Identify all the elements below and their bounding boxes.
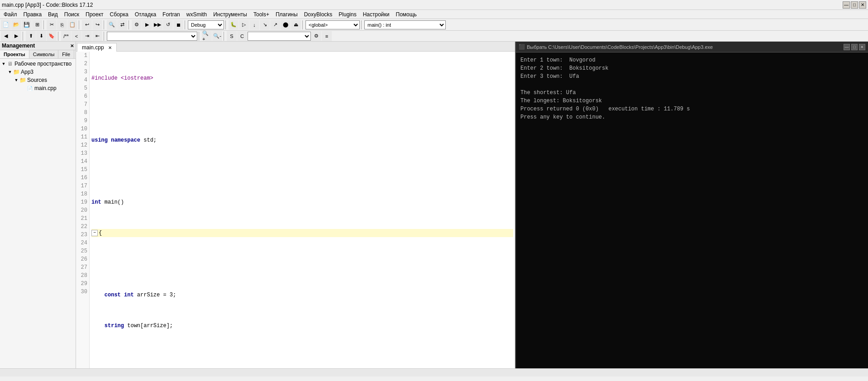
minimize-button[interactable]: —: [843, 1, 850, 9]
rebuild-btn[interactable]: ↺: [163, 20, 173, 30]
code-line-9: string town[arrSize];: [91, 322, 513, 330]
copy-btn[interactable]: ⎘: [57, 20, 67, 30]
zoom-out-btn[interactable]: 🔍-: [212, 31, 222, 41]
more-btn[interactable]: ≡: [322, 31, 332, 41]
breakpoint-btn[interactable]: ⬤: [281, 20, 291, 30]
step-out-btn[interactable]: ↗: [270, 20, 280, 30]
search-combo[interactable]: [107, 32, 197, 41]
misc-btn1[interactable]: S: [227, 31, 237, 41]
comment-btn[interactable]: /**: [61, 31, 71, 41]
management-close-btn[interactable]: ✕: [70, 43, 74, 48]
term-line-8: Press any key to continue.: [520, 113, 863, 121]
menu-debug[interactable]: Отладка: [132, 10, 159, 19]
bookmark-prev-btn[interactable]: ⬆: [26, 31, 36, 41]
menu-project[interactable]: Проект: [83, 10, 106, 19]
line-num-16: 16: [78, 174, 87, 182]
line-num-20: 20: [78, 206, 87, 214]
step-btn[interactable]: ↘: [260, 20, 270, 30]
line-num-22: 22: [78, 223, 87, 231]
menu-file[interactable]: Файл: [1, 10, 20, 19]
bookmark-next-btn[interactable]: ⬇: [36, 31, 46, 41]
menu-wxsmith[interactable]: wxSmith: [184, 10, 210, 19]
editor-tab-main-cpp[interactable]: main.cpp ✕: [77, 43, 117, 52]
undo-btn[interactable]: ↩: [82, 20, 92, 30]
tab-symbols[interactable]: Символы: [29, 50, 59, 58]
build-btn[interactable]: ⚙: [132, 20, 142, 30]
menu-fortran[interactable]: Fortran: [160, 10, 183, 19]
code-content[interactable]: #include <iostream> using namespace std;…: [90, 52, 515, 368]
menu-tools[interactable]: Инструменты: [210, 10, 250, 19]
replace-btn[interactable]: ⇄: [117, 20, 127, 30]
line-num-17: 17: [78, 182, 87, 190]
next-jump-btn[interactable]: ▶: [11, 31, 21, 41]
cut-btn[interactable]: ✂: [47, 20, 57, 30]
code-line-10: [91, 353, 513, 361]
function-combo[interactable]: main() : int: [364, 20, 446, 29]
code-editor-area: 1 2 3 4 5 6 7 8 9 10 11 12 13 14 15 16 1…: [76, 52, 515, 368]
menu-view[interactable]: Вид: [45, 10, 61, 19]
find-btn[interactable]: 🔍: [107, 20, 117, 30]
menu-doxyblocks[interactable]: DoxyBlocks: [301, 10, 335, 19]
redo-btn[interactable]: ↪: [92, 20, 102, 30]
terminal-panel: ⬛ Выбрать C:\Users\User\Documents\CodeBl…: [515, 42, 868, 368]
run-btn[interactable]: ▶: [142, 20, 152, 30]
terminal-minimize-btn[interactable]: —: [844, 44, 850, 50]
code-line-1: #include <iostream>: [91, 74, 513, 82]
code-panel: main.cpp ✕ 1 2 3 4 5 6 7 8 9 10 11 12 13…: [76, 42, 515, 368]
continue-btn[interactable]: ▷: [239, 20, 249, 30]
save-btn[interactable]: 💾: [22, 20, 32, 30]
settings-btn[interactable]: ⚙: [311, 31, 321, 41]
terminal-maximize-btn[interactable]: □: [851, 44, 858, 50]
tree-main-cpp[interactable]: 📄 main.cpp: [1, 84, 75, 92]
prev-jump-btn[interactable]: ◀: [1, 31, 11, 41]
stop-btn[interactable]: ⏹: [173, 20, 183, 30]
tree-workspace[interactable]: ▼ 🖥 Рабочее пространство: [1, 60, 75, 68]
menu-search[interactable]: Поиск: [62, 10, 82, 19]
build-run-btn[interactable]: ▶▶: [153, 20, 162, 30]
paste-btn[interactable]: 📋: [67, 20, 77, 30]
stop-debug-btn[interactable]: ⏏: [291, 20, 301, 30]
code-line-5: int main(): [91, 198, 513, 206]
new-file-btn[interactable]: 📄: [1, 20, 11, 30]
main-cpp-label: main.cpp: [34, 85, 57, 91]
save-all-btn[interactable]: ⊞: [32, 20, 42, 30]
open-btn[interactable]: 📂: [11, 20, 21, 30]
tree-sources[interactable]: ▼ 📁 Sources: [1, 76, 75, 84]
sep11: [104, 32, 105, 41]
uncomment-btn[interactable]: <: [72, 31, 81, 41]
menu-plugins2[interactable]: Plugins: [336, 10, 359, 19]
misc-combo[interactable]: [248, 32, 311, 41]
menu-build[interactable]: Сборка: [107, 10, 131, 19]
misc-btn2[interactable]: C: [237, 31, 247, 41]
term-line-7: Process returned 0 (0x0) execution time …: [520, 105, 863, 113]
tab-close-btn[interactable]: ✕: [108, 45, 112, 50]
term-line-1: Enter 1 town: Novgorod: [520, 56, 863, 64]
build-target-combo[interactable]: Debug: [188, 20, 224, 29]
menu-plugins[interactable]: Плагины: [273, 10, 300, 19]
terminal-close-btn[interactable]: ✕: [859, 44, 865, 50]
debug-btn[interactable]: 🐛: [229, 20, 238, 30]
tab-file[interactable]: File: [58, 50, 74, 58]
sep10: [58, 32, 60, 41]
maximize-button[interactable]: □: [851, 1, 858, 9]
management-header: Management ✕: [0, 42, 76, 50]
next-btn[interactable]: ↓: [249, 20, 259, 30]
unindent-btn[interactable]: ⇤: [92, 31, 102, 41]
close-button[interactable]: ✕: [859, 1, 866, 9]
tab-projects[interactable]: Проекты: [0, 50, 29, 58]
scope-combo[interactable]: <global>: [305, 20, 360, 29]
menu-settings[interactable]: Настройки: [360, 10, 392, 19]
add-bookmark-btn[interactable]: 🔖: [47, 31, 57, 41]
indent-btn[interactable]: ⇥: [82, 31, 92, 41]
title-bar: main.cpp [App3] - Code::Blocks 17.12 — □…: [0, 0, 868, 10]
line-num-3: 3: [78, 68, 87, 76]
menu-help[interactable]: Помощь: [393, 10, 420, 19]
line-num-4: 4: [78, 76, 87, 84]
menu-tools-plus[interactable]: Tools+: [251, 10, 272, 19]
menu-edit[interactable]: Правка: [21, 10, 45, 19]
toolbar-secondary: ◀ ▶ ⬆ ⬇ 🔖 /** < ⇥ ⇤ 🔍+ 🔍- S C ⚙ ≡: [0, 31, 868, 42]
tree-app3[interactable]: ▼ 📁 App3: [1, 68, 75, 76]
fold-marker-6[interactable]: −: [91, 230, 98, 236]
line-num-5: 5: [78, 84, 87, 92]
zoom-in-btn[interactable]: 🔍+: [202, 31, 212, 41]
